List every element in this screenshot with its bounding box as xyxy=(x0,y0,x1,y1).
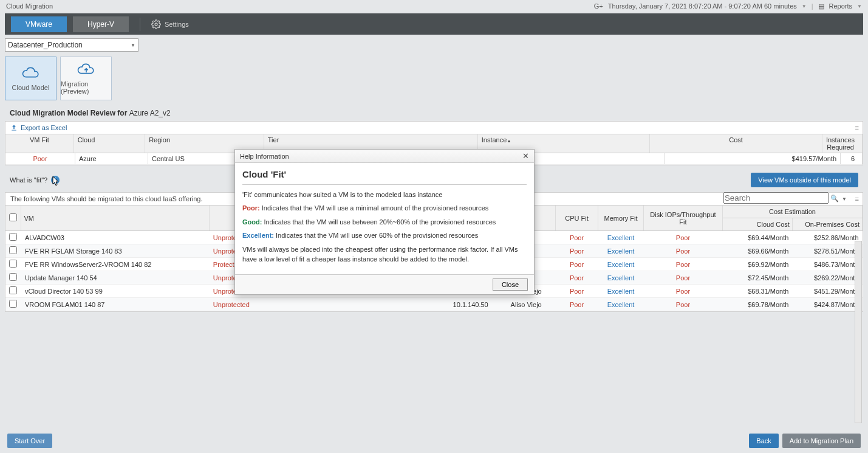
close-icon[interactable]: ✕ xyxy=(522,151,529,161)
modal-overlay: Help Information ✕ Cloud 'Fit' 'Fit' com… xyxy=(0,0,868,453)
help-modal: Help Information ✕ Cloud 'Fit' 'Fit' com… xyxy=(234,149,535,295)
modal-header: Help Information ✕ xyxy=(235,150,534,163)
modal-heading: Cloud 'Fit' xyxy=(242,168,527,185)
modal-body: Cloud 'Fit' 'Fit' communicates how suite… xyxy=(235,163,534,274)
modal-poor-text: Indicates that the VM will use a minimal… xyxy=(260,204,489,212)
modal-note: VMs will always be placed into the cheap… xyxy=(242,244,527,265)
modal-good-label: Good: xyxy=(242,218,262,226)
close-button[interactable]: Close xyxy=(493,278,528,291)
modal-excellent-label: Excellent: xyxy=(242,232,274,239)
modal-poor-label: Poor: xyxy=(242,204,260,212)
modal-intro: 'Fit' communicates how suited a VM is to… xyxy=(242,190,527,200)
modal-good-text: Indicates that the VM will use between 2… xyxy=(262,218,496,226)
modal-excellent-text: Indicates that the VM will use over 60% … xyxy=(274,232,478,239)
modal-title-text: Help Information xyxy=(240,153,289,160)
modal-footer: Close xyxy=(235,274,534,294)
